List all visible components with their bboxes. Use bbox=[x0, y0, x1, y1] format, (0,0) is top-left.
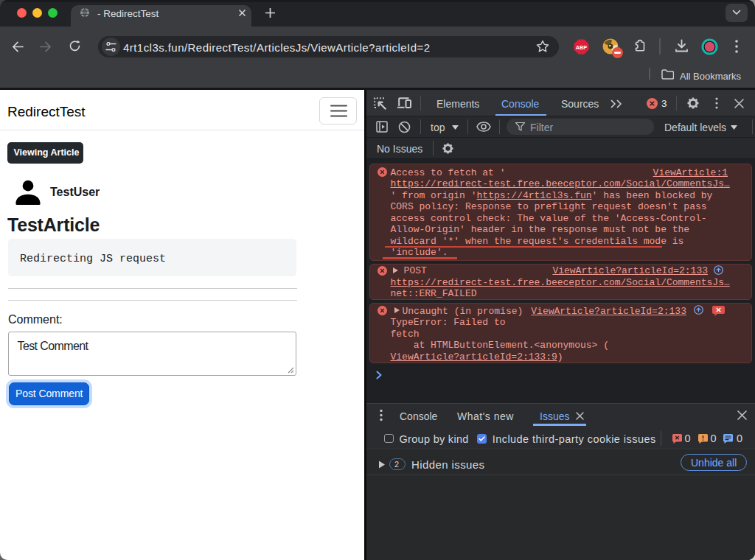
svg-text:ABP: ABP bbox=[576, 43, 588, 50]
